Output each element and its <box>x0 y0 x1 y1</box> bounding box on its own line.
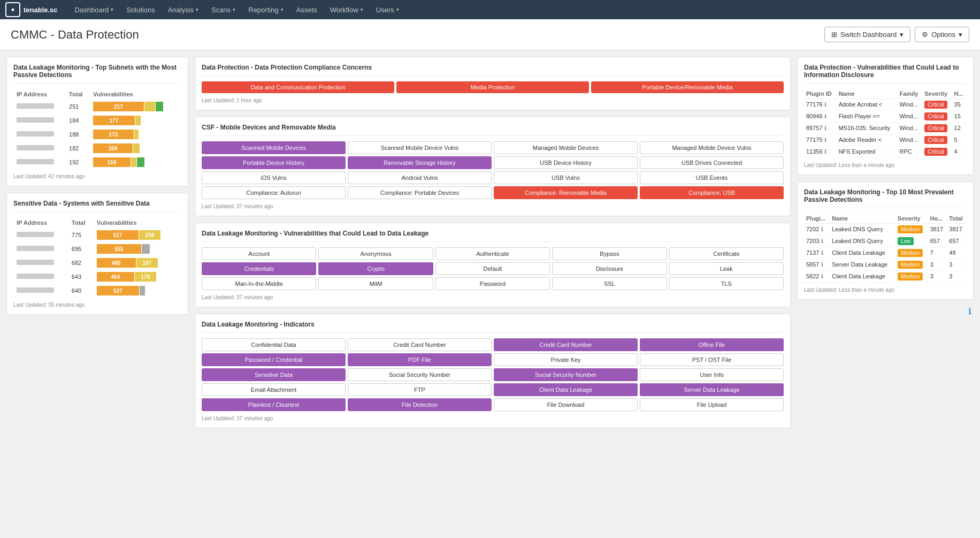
btn-leak[interactable]: Leak <box>669 262 784 275</box>
btn-usb-drives-connected[interactable]: USB Drives Connected <box>640 156 784 169</box>
col-ho: Ho... <box>928 214 947 224</box>
btn-ios-vulns[interactable]: iOS Vulns <box>202 171 346 184</box>
csf-row4: Compliance: Autorun Compliance: Portable… <box>202 186 784 199</box>
col-plugi: Plugi... <box>804 214 830 224</box>
ho-cell: 3 <box>928 259 947 271</box>
btn-scanned-mobile-vulns[interactable]: Scanned Mobile Device Vulns <box>348 141 492 154</box>
btn-credentials[interactable]: Credentials <box>202 262 316 275</box>
btn-bypass[interactable]: Bypass <box>552 247 667 260</box>
btn-tls[interactable]: TLS <box>669 277 784 290</box>
btn-sensitive-data[interactable]: Sensitive Data <box>202 368 346 381</box>
btn-ftp[interactable]: FTP <box>348 383 492 396</box>
last-updated-dlm-vulns: Last Updated: 37 minutes ago <box>202 294 784 300</box>
h-cell: 15 <box>952 111 967 123</box>
name-cell: Adobe Acrobat < <box>837 99 898 111</box>
total-cell3: 3817 <box>947 224 967 236</box>
btn-managed-mobile[interactable]: Managed Mobile Devices <box>494 141 638 154</box>
ip-cell2 <box>13 256 68 270</box>
chevron-down-icon: ▾ <box>396 7 399 12</box>
logo-text: tenable.sc <box>24 6 58 14</box>
btn-mitm[interactable]: MitM <box>318 277 433 290</box>
btn-file-upload[interactable]: File Upload <box>640 398 784 411</box>
btn-plaintext-cleartext[interactable]: Plaintext / Cleartext <box>202 398 346 411</box>
ip-cell <box>13 155 66 169</box>
btn-portable-device-history[interactable]: Portable Device History <box>202 156 346 169</box>
severity-cell2: Medium <box>895 247 928 259</box>
card-title-sensitive: Sensitive Data - Systems with Sensitive … <box>13 200 181 212</box>
btn-pdf-file[interactable]: PDF File <box>348 353 492 366</box>
btn-ssn1[interactable]: Social Security Number <box>348 368 492 381</box>
dlm-row2: Credentials Crypto Default Disclosure Le… <box>202 262 784 275</box>
btn-compliance-usb[interactable]: Compliance: USB <box>640 186 784 199</box>
btn-user-info[interactable]: User Info <box>640 368 784 381</box>
btn-client-data-leakage[interactable]: Client Data Leakage <box>494 383 638 396</box>
passive-detections-table: Plugi... Name Severity Ho... Total 7202 … <box>804 214 967 283</box>
btn-confidential-data[interactable]: Confidential Data <box>202 338 346 351</box>
btn-account[interactable]: Account <box>202 247 316 260</box>
btn-credit-card-num2[interactable]: Credit Card Number <box>494 338 638 351</box>
btn-private-key[interactable]: Private Key <box>494 353 638 366</box>
severity-cell2: Low <box>895 236 928 247</box>
btn-file-download[interactable]: File Download <box>494 398 638 411</box>
card-title-indicators: Data Leakage Monitoring - Indicators <box>202 321 784 333</box>
last-updated-disclosure: Last Updated: Less than a minute ago <box>804 162 967 168</box>
table-row: 89757 ℹ MS16-035: Security Wind... Criti… <box>804 123 967 134</box>
btn-managed-mobile-vulns[interactable]: Managed Mobile Device Vulns <box>640 141 784 154</box>
btn-android-vulns[interactable]: Android Vulns <box>348 171 492 184</box>
btn-usb-device-history[interactable]: USB Device History <box>494 156 638 169</box>
btn-pst-ost-file[interactable]: PST / OST File <box>640 353 784 366</box>
col-plugin-id: Plugin ID <box>804 89 837 99</box>
btn-password-credential[interactable]: Password / Credential <box>202 353 346 366</box>
nav-analysis[interactable]: Analysis ▾ <box>162 0 205 19</box>
options-button[interactable]: ⚙ Options ▾ <box>915 27 969 42</box>
nav-workflow[interactable]: Workflow ▾ <box>324 0 370 19</box>
plugin-cell: 5822 ℹ <box>804 271 830 283</box>
btn-mitm-full[interactable]: Man-In-the-Middle <box>202 277 316 290</box>
btn-default[interactable]: Default <box>435 262 550 275</box>
btn-ssl[interactable]: SSL <box>552 277 667 290</box>
dlm-row3: Man-In-the-Middle MitM Password SSL TLS <box>202 277 784 290</box>
grid-icon: ⊞ <box>831 31 837 39</box>
btn-ssn2[interactable]: Social Security Number <box>494 368 638 381</box>
btn-compliance-portable[interactable]: Compliance: Portable Devices <box>348 186 492 199</box>
btn-authenticate[interactable]: Authenticate <box>435 247 550 260</box>
last-updated-compliance: Last Updated: 1 hour ago <box>202 97 784 103</box>
btn-usb-vulns[interactable]: USB Vulns <box>494 171 638 184</box>
name-cell: MS16-035: Security <box>837 123 898 134</box>
btn-compliance-autorun[interactable]: Compliance: Autorun <box>202 186 346 199</box>
severity-cell: Critical <box>922 111 952 123</box>
table-row: 77175 ℹ Adobe Reader < Wind... Critical … <box>804 134 967 146</box>
nav-users[interactable]: Users ▾ <box>370 0 405 19</box>
btn-credit-card-num1[interactable]: Credit Card Number <box>348 338 492 351</box>
chevron-down-icon: ▾ <box>233 7 235 12</box>
center-panel: Data Protection - Data Protection Compli… <box>195 57 791 533</box>
nav-dashboard[interactable]: Dashboard ▾ <box>68 0 120 19</box>
btn-scanned-mobile[interactable]: Scanned Mobile Devices <box>202 141 346 154</box>
nav-scans[interactable]: Scans ▾ <box>205 0 242 19</box>
btn-compliance-removable[interactable]: Compliance: Removable Media <box>494 186 638 199</box>
btn-data-comm-protection[interactable]: Data and Communication Protection <box>202 81 394 93</box>
btn-file-detection[interactable]: File Detection <box>348 398 492 411</box>
btn-portable-device[interactable]: Portable Device/Removable Media <box>591 81 784 93</box>
last-updated-sensitive: Last Updated: 35 minutes ago <box>13 302 181 308</box>
btn-anonymous[interactable]: Anonymous <box>318 247 433 260</box>
btn-email-attachment[interactable]: Email Attachment <box>202 383 346 396</box>
btn-removable-storage-history[interactable]: Removable Storage History <box>348 156 492 169</box>
switch-dashboard-button[interactable]: ⊞ Switch Dashboard ▾ <box>824 27 911 42</box>
btn-password[interactable]: Password <box>435 277 550 290</box>
btn-crypto[interactable]: Crypto <box>318 262 433 275</box>
btn-disclosure[interactable]: Disclosure <box>552 262 667 275</box>
h-cell: 12 <box>952 123 967 134</box>
info-icon[interactable]: ℹ <box>968 306 971 316</box>
nav-assets[interactable]: Assets <box>290 0 324 19</box>
severity-cell: Critical <box>922 134 952 146</box>
vuln-bar-cell2: 485 197 <box>94 256 181 270</box>
nav-solutions[interactable]: Solutions <box>120 0 161 19</box>
btn-media-protection[interactable]: Media Protection <box>396 81 589 93</box>
btn-office-file[interactable]: Office File <box>640 338 784 351</box>
btn-usb-events[interactable]: USB Events <box>640 171 784 184</box>
chevron-down-icon: ▾ <box>281 7 284 12</box>
btn-certificate[interactable]: Certificate <box>669 247 784 260</box>
nav-reporting[interactable]: Reporting ▾ <box>242 0 289 19</box>
btn-server-data-leakage[interactable]: Server Data Leakage <box>640 383 784 396</box>
